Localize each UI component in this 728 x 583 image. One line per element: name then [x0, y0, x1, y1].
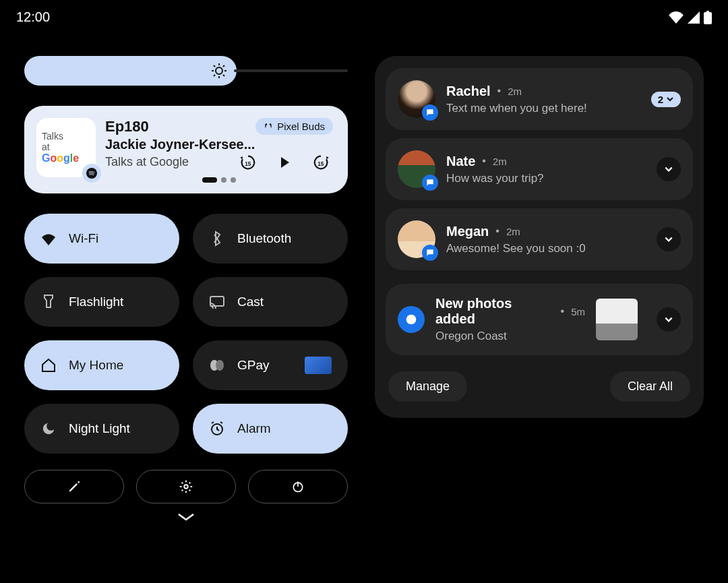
expand-button[interactable] — [657, 307, 681, 332]
qs-tile-home[interactable]: My Home — [24, 340, 179, 390]
spotify-icon — [82, 164, 101, 183]
manage-label: Manage — [406, 379, 450, 393]
power-icon — [291, 479, 305, 494]
notif-count: 2 — [658, 94, 663, 105]
status-time: 12:00 — [16, 9, 50, 25]
media-episode: Ep180 — [105, 118, 255, 135]
status-icons — [669, 11, 712, 24]
clear-all-button[interactable]: Clear All — [610, 371, 690, 402]
qs-tile-night-light[interactable]: Night Light — [24, 404, 179, 454]
album-line2: at — [42, 142, 50, 152]
gpay-icon — [209, 359, 225, 372]
notif-name: Rachel — [446, 84, 491, 99]
chevron-down-icon — [666, 96, 674, 102]
gpay-card-preview — [305, 357, 332, 374]
pencil-icon — [67, 480, 81, 493]
qs-tile-wifi[interactable]: Wi-Fi — [24, 214, 179, 264]
photos-app-icon — [398, 306, 425, 333]
notif-name: Nate — [446, 154, 475, 169]
media-album-art: Talks at Google — [36, 118, 96, 177]
expand-button[interactable] — [657, 157, 681, 181]
notif-count-chip[interactable]: 2 — [651, 92, 681, 107]
qs-label: Wi-Fi — [69, 231, 98, 246]
media-title: Jackie Joyner-Kersee... — [105, 137, 255, 152]
notif-time: 5m — [571, 306, 585, 317]
earbuds-icon — [264, 122, 273, 131]
qs-tile-gpay[interactable]: GPay — [193, 340, 348, 390]
notification-item[interactable]: Rachel • 2m Text me when you get here! 2 — [386, 68, 693, 130]
notification-item-photos[interactable]: New photos added • 5m Oregon Coast — [386, 284, 693, 355]
svg-text:15: 15 — [245, 161, 251, 167]
status-bar: 12:00 — [0, 0, 728, 29]
wifi-status-icon — [669, 11, 684, 24]
google-logo: Google — [42, 152, 79, 164]
svg-point-16 — [216, 360, 224, 371]
forward-15-icon[interactable]: 15 — [311, 153, 330, 172]
carousel-dots[interactable] — [105, 177, 333, 183]
settings-button[interactable] — [136, 470, 236, 503]
clear-label: Clear All — [628, 379, 673, 393]
qs-tile-cast[interactable]: Cast — [193, 277, 348, 327]
flashlight-icon — [40, 294, 57, 310]
avatar — [398, 80, 435, 118]
qs-tile-bluetooth[interactable]: Bluetooth — [193, 214, 348, 264]
svg-rect-0 — [704, 12, 712, 24]
expand-handle[interactable] — [24, 512, 348, 522]
brightness-slider[interactable] — [24, 56, 348, 86]
notification-item[interactable]: Nate • 2m How was your trip? — [386, 138, 693, 200]
brightness-icon — [211, 63, 227, 79]
manage-button[interactable]: Manage — [388, 371, 467, 402]
notif-message: Oregon Coast — [435, 330, 585, 343]
svg-text:15: 15 — [317, 161, 324, 167]
svg-point-2 — [216, 67, 222, 74]
edit-button[interactable] — [24, 470, 124, 503]
qs-tile-alarm[interactable]: Alarm — [193, 404, 348, 454]
notif-message: Text me when you get here! — [446, 102, 640, 115]
avatar — [398, 220, 435, 258]
notification-item[interactable]: Megan • 2m Awesome! See you soon :0 — [386, 208, 693, 270]
qs-label: Night Light — [69, 421, 130, 436]
play-icon[interactable] — [276, 154, 293, 171]
home-icon — [40, 358, 57, 373]
notif-time: 2m — [493, 156, 507, 167]
power-button[interactable] — [248, 470, 348, 503]
notif-message: How was your trip? — [446, 172, 646, 185]
rewind-15-icon[interactable]: 15 — [239, 153, 257, 172]
svg-rect-1 — [706, 11, 709, 13]
output-device-chip[interactable]: Pixel Buds — [255, 118, 333, 135]
qs-label: My Home — [69, 358, 123, 373]
cast-icon — [209, 295, 225, 309]
qs-label: Flashlight — [69, 295, 123, 309]
media-card[interactable]: Talks at Google Ep180 Jackie Joyner-Kers… — [24, 106, 348, 193]
svg-line-7 — [214, 65, 215, 67]
qs-label: Alarm — [237, 421, 271, 436]
qs-label: GPay — [237, 358, 270, 373]
messages-icon — [422, 104, 438, 121]
battery-status-icon — [704, 11, 712, 24]
quick-settings-grid: Wi-Fi Bluetooth Flashlight Cast My Home … — [24, 214, 348, 454]
chevron-down-icon — [664, 316, 673, 323]
qs-label: Bluetooth — [237, 231, 291, 246]
svg-rect-14 — [210, 297, 224, 306]
svg-line-10 — [223, 65, 224, 67]
bluetooth-icon — [209, 231, 225, 247]
notification-panel: Rachel • 2m Text me when you get here! 2 — [375, 56, 704, 418]
qs-label: Cast — [237, 295, 264, 309]
notif-name: New photos added — [435, 296, 554, 327]
chevron-down-icon — [176, 512, 196, 522]
moon-icon — [40, 421, 57, 436]
album-line1: Talks — [42, 131, 63, 142]
notif-time: 2m — [506, 226, 520, 237]
chevron-down-icon — [664, 166, 673, 173]
notif-message: Awesome! See you soon :0 — [446, 242, 646, 255]
svg-line-9 — [214, 75, 215, 76]
expand-button[interactable] — [657, 227, 681, 251]
photo-thumbnail — [596, 299, 638, 340]
messages-icon — [422, 175, 438, 191]
notif-time: 2m — [508, 86, 522, 97]
device-name: Pixel Buds — [277, 121, 325, 132]
alarm-icon — [209, 421, 225, 437]
gear-icon — [179, 479, 193, 494]
chevron-down-icon — [664, 236, 673, 243]
qs-tile-flashlight[interactable]: Flashlight — [24, 277, 179, 327]
